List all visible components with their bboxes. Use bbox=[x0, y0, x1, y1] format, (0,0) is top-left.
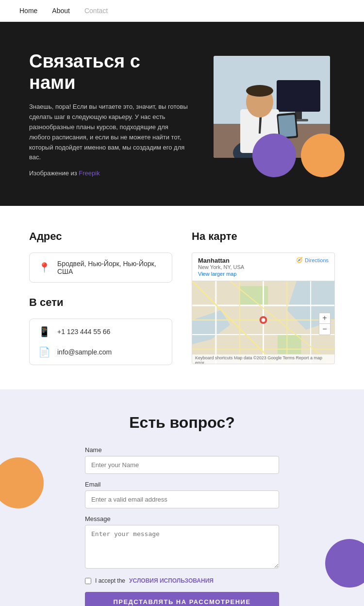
nav-about[interactable]: About bbox=[52, 7, 70, 15]
hero-description: Знаешь, пора! Если вы читаете это, значи… bbox=[29, 102, 189, 163]
svg-rect-18 bbox=[278, 335, 301, 354]
form-circle-orange bbox=[0, 457, 44, 508]
contact-left: Адрес 📍 Бродвей, Нью-Йорк, Нью-Йорк, США… bbox=[29, 230, 172, 365]
svg-rect-3 bbox=[277, 80, 320, 112]
directions-icon: 🧭 bbox=[296, 257, 303, 263]
svg-point-31 bbox=[262, 318, 265, 322]
address-text: Бродвей, Нью-Йорк, Нью-Йорк, США bbox=[57, 260, 163, 275]
name-label: Name bbox=[85, 446, 279, 454]
submit-button[interactable]: ПРЕДСТАВЛЯТЬ НА РАССМОТРЕНИЕ bbox=[85, 592, 279, 606]
network-heading: В сети bbox=[29, 296, 172, 309]
map-directions[interactable]: 🧭 Directions bbox=[296, 257, 329, 263]
form-section: Есть вопрос? Name Email Message I accept… bbox=[0, 389, 364, 606]
email-input[interactable] bbox=[85, 490, 279, 508]
message-textarea[interactable] bbox=[85, 525, 279, 569]
hero-section: Связаться с нами Знаешь, пора! Если вы ч… bbox=[0, 22, 364, 206]
network-card: 📱 +1 123 444 55 66 📄 info@sample.com bbox=[29, 319, 172, 365]
map-container: Manhattan New York, NY, USA View larger … bbox=[192, 252, 335, 364]
map-header: Manhattan New York, NY, USA View larger … bbox=[192, 253, 334, 281]
contact-section: Адрес 📍 Бродвей, Нью-Йорк, Нью-Йорк, США… bbox=[0, 206, 364, 389]
address-card: 📍 Бродвей, Нью-Йорк, Нью-Йорк, США bbox=[29, 252, 172, 283]
image-credit-prefix: Изображение из bbox=[29, 169, 79, 177]
map-view-larger[interactable]: View larger map bbox=[198, 271, 244, 277]
hero-visual bbox=[209, 56, 345, 172]
zoom-out-button[interactable]: − bbox=[319, 324, 330, 335]
contact-form: Name Email Message I accept the УСЛОВИЯ … bbox=[85, 446, 279, 606]
terms-prefix: I accept the bbox=[95, 577, 125, 584]
terms-row: I accept the УСЛОВИЯ ИСПОЛЬЗОВАНИЯ bbox=[85, 577, 279, 584]
map-body: + − Keyboard shortcuts Map data ©2023 Go… bbox=[192, 281, 334, 364]
name-input[interactable] bbox=[85, 456, 279, 474]
form-circle-purple bbox=[325, 539, 364, 588]
message-label: Message bbox=[85, 515, 279, 522]
map-zoom-controls: + − bbox=[319, 313, 331, 335]
hero-circle-orange bbox=[301, 134, 345, 177]
email-row: 📄 info@sample.com bbox=[38, 346, 163, 358]
map-location-name: Manhattan bbox=[198, 257, 244, 264]
image-credit: Изображение из Freepik bbox=[29, 169, 189, 177]
map-heading: На карте bbox=[192, 230, 335, 243]
phone-row: 📱 +1 123 444 55 66 bbox=[38, 326, 163, 337]
hero-circle-purple bbox=[252, 134, 296, 177]
navbar: Home About Contact bbox=[0, 0, 364, 22]
address-heading: Адрес bbox=[29, 230, 172, 243]
zoom-in-button[interactable]: + bbox=[319, 313, 330, 324]
email-label: Email bbox=[85, 481, 279, 488]
terms-link[interactable]: УСЛОВИЯ ИСПОЛЬЗОВАНИЯ bbox=[129, 577, 214, 584]
form-heading: Есть вопрос? bbox=[19, 414, 345, 432]
phone-icon: 📱 bbox=[38, 326, 50, 337]
map-footer: Keyboard shortcuts Map data ©2023 Google… bbox=[192, 354, 334, 364]
directions-label: Directions bbox=[305, 257, 329, 263]
hero-title: Связаться с нами bbox=[29, 51, 189, 93]
contact-right: На карте Manhattan New York, NY, USA Vie… bbox=[192, 230, 335, 365]
map-location-info: Manhattan New York, NY, USA View larger … bbox=[198, 257, 244, 277]
nav-home[interactable]: Home bbox=[19, 7, 37, 15]
svg-rect-13 bbox=[278, 115, 297, 137]
terms-checkbox[interactable] bbox=[85, 578, 91, 584]
hero-text-block: Связаться с нами Знаешь, пора! Если вы ч… bbox=[29, 51, 189, 177]
freepik-link[interactable]: Freepik bbox=[79, 169, 99, 177]
email-icon: 📄 bbox=[38, 346, 50, 358]
map-footer-text: Keyboard shortcuts Map data ©2023 Google… bbox=[195, 355, 331, 364]
email-text: info@sample.com bbox=[57, 348, 112, 356]
phone-text: +1 123 444 55 66 bbox=[57, 328, 110, 336]
map-location-sub: New York, NY, USA bbox=[198, 264, 244, 270]
location-icon: 📍 bbox=[38, 262, 50, 273]
nav-contact[interactable]: Contact bbox=[84, 7, 108, 15]
svg-point-10 bbox=[246, 85, 273, 97]
